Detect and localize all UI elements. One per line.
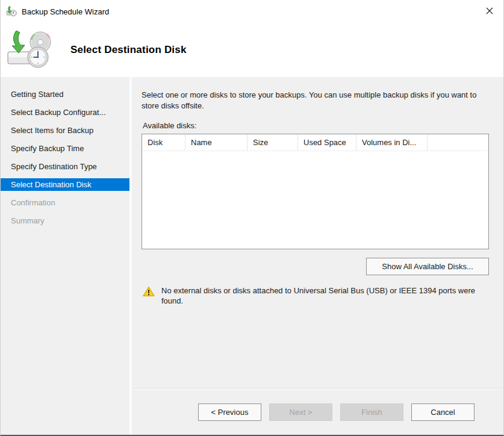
sidebar-item-confirmation: Confirmation	[1, 193, 129, 211]
available-disks-label: Available disks:	[143, 121, 489, 130]
sidebar-item-select-destination-disk[interactable]: Select Destination Disk	[1, 178, 129, 191]
finish-button: Finish	[340, 403, 403, 421]
page-content: Select one or more disks to store your b…	[132, 77, 503, 388]
column-header-filler	[428, 134, 488, 151]
wizard-body: Getting Started Select Backup Configurat…	[1, 77, 503, 435]
table-header: Disk Name Size Used Space Volumes in Di.…	[142, 134, 488, 151]
column-header-name[interactable]: Name	[185, 134, 247, 151]
footer-button-bar: < Previous Next > Finish Cancel	[132, 388, 503, 435]
sidebar-item-summary: Summary	[1, 211, 129, 229]
column-header-volumes-in-disk[interactable]: Volumes in Di...	[356, 134, 428, 151]
sidebar-item-select-backup-configuration[interactable]: Select Backup Configurat...	[1, 103, 129, 121]
sidebar-item-specify-destination-type[interactable]: Specify Destination Type	[1, 157, 129, 175]
warning-icon	[143, 286, 155, 297]
sidebar-item-specify-backup-time[interactable]: Specify Backup Time	[1, 139, 129, 157]
sidebar-item-select-items-for-backup[interactable]: Select Items for Backup	[1, 121, 129, 139]
column-header-used-space[interactable]: Used Space	[298, 134, 356, 151]
next-button: Next >	[269, 403, 332, 421]
warning-message: No external disks or disks attached to U…	[143, 285, 489, 306]
table-body-empty	[142, 151, 488, 249]
main-panel: Select one or more disks to store your b…	[132, 77, 503, 435]
wizard-steps-sidebar: Getting Started Select Backup Configurat…	[1, 77, 132, 435]
window-title: Backup Schedule Wizard	[22, 7, 109, 16]
backup-schedule-wizard-window: Backup Schedule Wizard	[0, 0, 504, 436]
instruction-text: Select one or more disks to store your b…	[142, 90, 480, 111]
available-disks-table: Disk Name Size Used Space Volumes in Di.…	[142, 134, 489, 249]
wizard-header: Select Destination Disk	[1, 23, 503, 77]
show-all-available-disks-button[interactable]: Show All Available Disks...	[366, 258, 489, 275]
sidebar-item-getting-started[interactable]: Getting Started	[1, 85, 129, 103]
close-icon	[486, 6, 493, 17]
column-header-disk[interactable]: Disk	[142, 134, 185, 151]
title-bar: Backup Schedule Wizard	[1, 0, 503, 23]
cancel-button[interactable]: Cancel	[411, 403, 474, 421]
backup-disk-clock-icon	[7, 30, 62, 70]
app-icon	[6, 6, 17, 17]
warning-text: No external disks or disks attached to U…	[161, 285, 476, 306]
close-button[interactable]	[476, 0, 503, 23]
column-header-size[interactable]: Size	[247, 134, 298, 151]
page-title: Select Destination Disk	[70, 44, 187, 56]
previous-button[interactable]: < Previous	[198, 403, 261, 421]
